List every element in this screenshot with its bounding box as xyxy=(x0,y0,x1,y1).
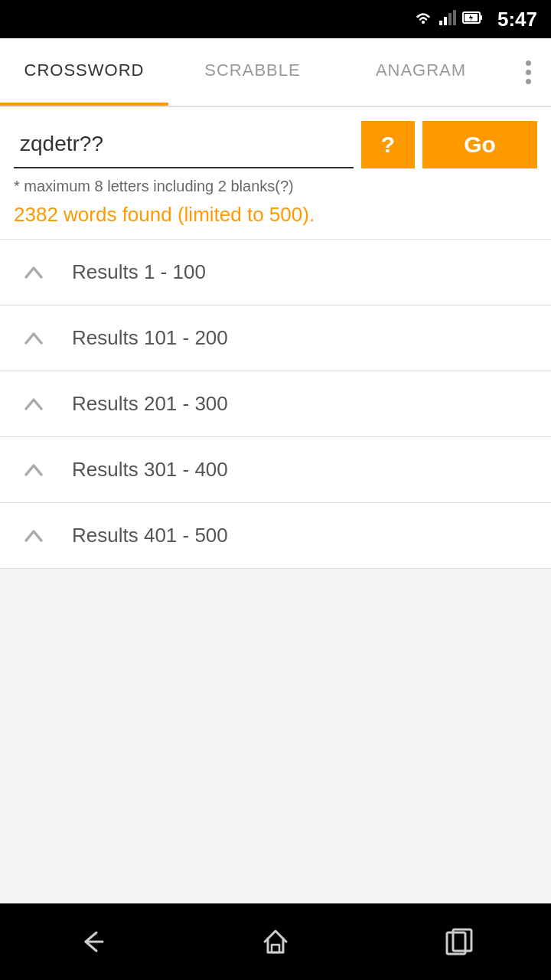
status-bar: 5:47 xyxy=(0,0,551,38)
tab-bar: CROSSWORD SCRABBLE ANAGRAM xyxy=(0,38,551,107)
status-time: 5:47 xyxy=(497,8,537,31)
search-hint: * maximum 8 letters including 2 blanks(?… xyxy=(14,178,537,195)
chevron-up-icon-2 xyxy=(18,323,49,354)
back-button[interactable] xyxy=(75,925,109,959)
chevron-up-icon-3 xyxy=(18,389,49,420)
home-button[interactable] xyxy=(259,925,292,959)
chevron-up-icon-1 xyxy=(18,257,49,288)
result-group-3[interactable]: Results 201 - 300 xyxy=(0,371,551,437)
go-button[interactable]: Go xyxy=(422,121,537,168)
tab-anagram[interactable]: ANAGRAM xyxy=(337,38,505,106)
tab-crossword[interactable]: CROSSWORD xyxy=(0,38,168,106)
question-button[interactable]: ? xyxy=(361,121,415,168)
result-label-1: Results 1 - 100 xyxy=(72,260,206,284)
more-menu-button[interactable] xyxy=(505,38,551,106)
search-row: ? Go xyxy=(14,121,537,168)
result-group-2[interactable]: Results 101 - 200 xyxy=(0,305,551,371)
result-group-5[interactable]: Results 401 - 500 xyxy=(0,503,551,569)
svg-rect-3 xyxy=(448,13,452,25)
signal-icon xyxy=(439,10,456,29)
svg-point-0 xyxy=(422,21,425,24)
svg-rect-1 xyxy=(439,21,442,25)
words-found: 2382 words found (limited to 500). xyxy=(14,203,537,227)
search-area: ? Go * maximum 8 letters including 2 bla… xyxy=(0,107,551,240)
more-dots-icon xyxy=(526,60,531,84)
svg-rect-6 xyxy=(480,15,482,20)
recents-button[interactable] xyxy=(442,925,476,959)
nav-bar xyxy=(0,903,551,980)
result-group-4[interactable]: Results 301 - 400 xyxy=(0,437,551,503)
result-label-2: Results 101 - 200 xyxy=(72,326,228,350)
tab-scrabble[interactable]: SCRABBLE xyxy=(168,38,337,106)
search-input[interactable] xyxy=(14,121,354,168)
wifi-icon xyxy=(413,10,433,29)
chevron-up-icon-5 xyxy=(18,521,49,551)
battery-icon xyxy=(462,10,484,29)
search-input-wrapper xyxy=(14,121,354,168)
svg-rect-4 xyxy=(453,10,456,25)
svg-rect-2 xyxy=(444,17,447,25)
chevron-up-icon-4 xyxy=(18,455,49,485)
result-label-4: Results 301 - 400 xyxy=(72,458,228,482)
result-label-3: Results 201 - 300 xyxy=(72,392,228,416)
result-group-1[interactable]: Results 1 - 100 xyxy=(0,240,551,305)
results-list: Results 1 - 100 Results 101 - 200 Result… xyxy=(0,240,551,903)
result-label-5: Results 401 - 500 xyxy=(72,524,228,547)
status-icons: 5:47 xyxy=(413,8,537,31)
